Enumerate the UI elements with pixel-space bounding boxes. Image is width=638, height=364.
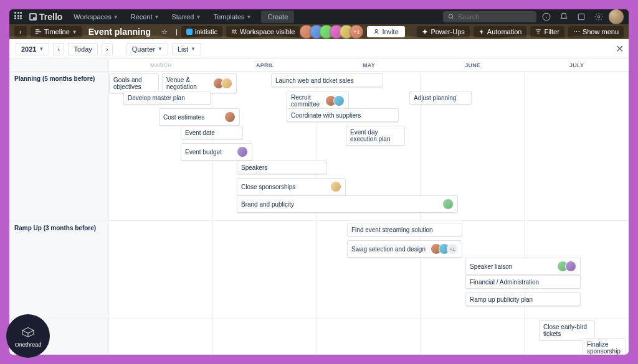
invite-button[interactable]: Invite [367, 26, 404, 37]
svg-point-12 [376, 29, 378, 32]
rocket-icon [422, 29, 428, 35]
timeline-card[interactable]: Develop master plan [123, 91, 211, 105]
nav-starred[interactable]: Starred▼ [166, 11, 206, 23]
trello-logo[interactable]: Trello [29, 12, 62, 22]
timeline-card[interactable]: Coordinate with suppliers [287, 108, 399, 122]
month-header: APRIL [213, 59, 317, 71]
star-icon[interactable]: ☆ [157, 24, 172, 39]
month-header: MARCH [109, 59, 213, 71]
view-switcher[interactable]: Timeline▼ [31, 26, 82, 37]
people-icon [231, 29, 237, 35]
month-header: JULY [525, 59, 629, 71]
automation-button[interactable]: Automation [474, 26, 527, 37]
month-header: JUNE [421, 59, 525, 71]
timeline-icon [36, 29, 42, 35]
workspace-icon [186, 29, 193, 35]
board-members[interactable]: +1 [303, 25, 363, 39]
filter-icon [535, 29, 541, 35]
lane-label: Ramp Up (3 months before) [9, 221, 108, 319]
search-input[interactable] [443, 11, 536, 22]
board-title[interactable]: Event planning [86, 27, 153, 37]
svg-point-0 [449, 14, 452, 18]
timeline-card[interactable]: Find event streaming solution [347, 223, 462, 236]
onethread-logo-icon [21, 325, 36, 340]
nav-recent[interactable]: Recent▼ [126, 11, 164, 23]
bolt-icon [478, 29, 485, 35]
timeline-card[interactable]: Event date [181, 126, 243, 139]
timeline-card[interactable]: Ramp up publicity plan [465, 292, 581, 306]
expand-sidebar-button[interactable]: › [14, 26, 27, 37]
timeline-card[interactable]: Cost estimates [159, 108, 240, 126]
theme-icon[interactable] [574, 9, 589, 24]
close-icon[interactable]: ✕ [616, 43, 624, 55]
timeline-card[interactable]: Speakers [237, 161, 327, 174]
settings-icon[interactable] [591, 9, 606, 24]
timeline-card[interactable]: Event day execution plan [346, 126, 405, 146]
svg-rect-5 [578, 14, 584, 19]
user-avatar[interactable] [609, 9, 624, 24]
show-menu-button[interactable]: ⋯ Show menu [568, 26, 624, 38]
svg-point-11 [235, 30, 237, 32]
svg-line-1 [452, 17, 454, 19]
month-header: MAY [317, 59, 421, 71]
nav-workspaces[interactable]: Workspaces▼ [69, 11, 123, 23]
timeline-card[interactable]: Event budget [181, 143, 252, 161]
workspace-button[interactable]: inktistic [181, 26, 222, 37]
onethread-badge: Onethread [6, 314, 50, 358]
info-icon[interactable] [539, 9, 554, 24]
timeline-card[interactable]: Adjust planning [409, 91, 472, 105]
view-picker[interactable]: List▼ [172, 43, 201, 55]
next-button[interactable]: › [102, 43, 113, 55]
filter-button[interactable]: Filter [530, 26, 564, 37]
today-button[interactable]: Today [68, 43, 97, 55]
timeline-card[interactable]: Speaker liaison [465, 258, 581, 275]
year-picker[interactable]: 2021▼ [16, 43, 49, 55]
nav-templates[interactable]: Templates▼ [208, 11, 256, 23]
person-add-icon [373, 29, 379, 35]
scale-picker[interactable]: Quarter▼ [126, 43, 168, 55]
visibility-button[interactable]: Workspace visible [226, 26, 300, 37]
svg-point-10 [232, 30, 234, 32]
prev-button[interactable]: ‹ [53, 43, 64, 55]
create-button[interactable]: Create [261, 11, 294, 23]
timeline-card[interactable]: Swag selection and design+1 [347, 240, 462, 258]
lane-label: Planning (5 months before) [9, 72, 108, 221]
timeline-card[interactable]: Brand and publicity [237, 195, 458, 213]
svg-point-6 [598, 16, 600, 18]
timeline-card[interactable]: Financial / Administration [465, 275, 581, 289]
svg-rect-8 [36, 31, 41, 32]
powerups-button[interactable]: Power-Ups [417, 26, 469, 37]
timeline-card[interactable]: Close sponsorships [237, 178, 346, 195]
notifications-icon[interactable] [556, 9, 571, 24]
svg-rect-9 [36, 34, 38, 34]
apps-switcher-icon[interactable] [14, 12, 24, 22]
svg-rect-7 [36, 29, 39, 30]
search-icon [448, 13, 455, 21]
timeline-sidebar: Planning (5 months before)Ramp Up (3 mon… [9, 59, 109, 355]
timeline-card[interactable]: Finalize sponsorship [583, 338, 626, 355]
timeline-card[interactable]: Launch web and ticket sales [271, 73, 383, 87]
